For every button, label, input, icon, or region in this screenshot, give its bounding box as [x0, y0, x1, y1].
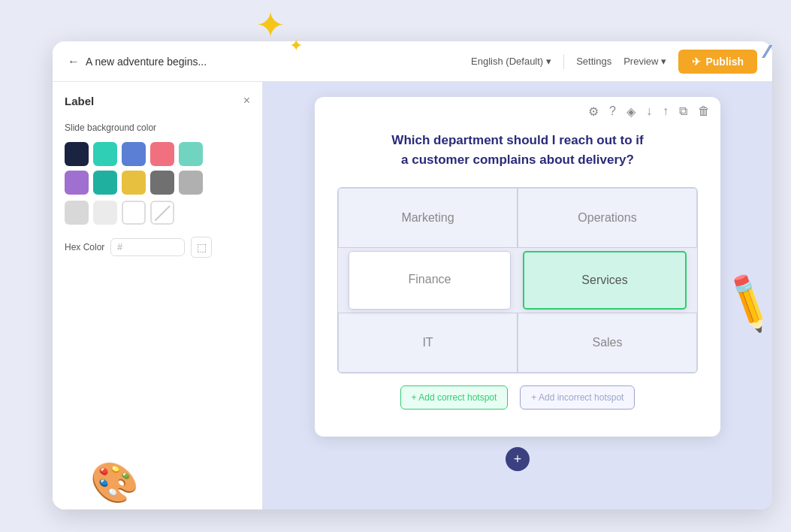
slide-question: Which department should I reach out to i… — [337, 131, 698, 169]
color-swatch-blue[interactable] — [122, 142, 146, 166]
color-swatch-white[interactable] — [122, 201, 146, 225]
color-swatch-pink[interactable] — [150, 142, 174, 166]
color-swatch-light-gray-2[interactable] — [93, 201, 117, 225]
header-left: ← A new adventure begins... — [68, 55, 207, 68]
help-icon[interactable]: ? — [609, 104, 616, 119]
color-swatch-gray-light[interactable] — [179, 171, 203, 195]
app-body: Label × Slide background color — [53, 82, 772, 509]
main-content: ⚙ ? ◈ ↓ ↑ ⧉ 🗑 Which department should I … — [263, 82, 772, 509]
bg-color-label: Slide background color — [65, 122, 250, 133]
sparkle-large-icon: ✦ — [255, 8, 285, 44]
hex-input[interactable] — [125, 242, 178, 252]
slide-wrapper: ⚙ ? ◈ ↓ ↑ ⧉ 🗑 Which department should I … — [315, 97, 720, 437]
color-swatch-mint[interactable] — [179, 142, 203, 166]
hotspot-middle-row: Finance Services — [338, 246, 697, 314]
color-grid — [65, 142, 250, 195]
slide-toolbar: ⚙ ? ◈ ↓ ↑ ⧉ 🗑 — [315, 97, 720, 123]
preview-label: Preview — [623, 56, 658, 67]
header: ← A new adventure begins... English (Def… — [53, 41, 772, 82]
hotspot-marketing[interactable]: Marketing — [338, 188, 518, 248]
color-swatch-transparent[interactable] — [150, 201, 174, 225]
hex-input-wrapper: # — [110, 238, 185, 256]
language-chevron-icon: ▾ — [546, 56, 551, 67]
pin-icon[interactable]: ◈ — [626, 104, 636, 119]
hotspot-actions: + Add correct hotspot + Add incorrect ho… — [337, 385, 698, 410]
publish-button[interactable]: ✈ Publish — [678, 50, 757, 74]
hex-label: Hex Color — [65, 242, 104, 252]
color-swatch-yellow[interactable] — [122, 171, 146, 195]
color-grid-row2 — [65, 201, 250, 225]
hotspot-finance[interactable]: Finance — [349, 251, 511, 310]
header-right: English (Default) ▾ Settings Preview ▾ ✈… — [471, 50, 757, 74]
hex-hash-symbol: # — [117, 242, 122, 252]
color-swatch-purple[interactable] — [65, 171, 89, 195]
sidebar-title: Label — [65, 95, 94, 107]
hotspot-sales[interactable]: Sales — [518, 313, 697, 373]
settings-link[interactable]: Settings — [576, 56, 611, 67]
hotspot-services[interactable]: Services — [523, 251, 687, 310]
app-container: ← A new adventure begins... English (Def… — [53, 41, 772, 509]
sidebar-header: Label × — [65, 94, 250, 107]
hotspot-operations[interactable]: Operations — [518, 188, 697, 248]
add-correct-hotspot-button[interactable]: + Add correct hotspot — [400, 385, 509, 410]
color-swatch-teal[interactable] — [93, 142, 117, 166]
page-title: A new adventure begins... — [86, 56, 207, 68]
preview-button[interactable]: Preview ▾ — [623, 56, 666, 67]
slide-content: Which department should I reach out to i… — [315, 123, 720, 425]
language-label: English (Default) — [471, 56, 543, 67]
delete-icon[interactable]: 🗑 — [698, 104, 710, 119]
hotspot-grid: Marketing Operations Finance Services IT… — [337, 187, 698, 373]
preview-chevron-icon: ▾ — [661, 56, 666, 67]
back-button[interactable]: ← — [68, 55, 80, 68]
publish-label: Publish — [705, 56, 744, 68]
hex-color-row: Hex Color # ⬚ — [65, 237, 250, 258]
language-selector[interactable]: English (Default) ▾ — [471, 56, 551, 67]
move-up-icon[interactable]: ↑ — [663, 104, 669, 119]
color-swatch-dark-navy[interactable] — [65, 142, 89, 166]
move-down-icon[interactable]: ↓ — [646, 104, 652, 119]
add-incorrect-hotspot-button[interactable]: + Add incorrect hotspot — [520, 385, 635, 410]
sidebar: Label × Slide background color — [53, 82, 263, 509]
sidebar-close-button[interactable]: × — [243, 94, 250, 107]
hotspot-it[interactable]: IT — [338, 313, 518, 373]
add-slide-button[interactable]: + — [506, 447, 530, 471]
duplicate-icon[interactable]: ⧉ — [679, 104, 687, 119]
header-divider — [563, 54, 564, 69]
color-swatch-gray-dark[interactable] — [150, 171, 174, 195]
settings-icon[interactable]: ⚙ — [588, 104, 599, 119]
color-swatch-light-gray-1[interactable] — [65, 201, 89, 225]
publish-plane-icon: ✈ — [692, 56, 701, 68]
color-swatch-dark-teal[interactable] — [93, 171, 117, 195]
color-dropper-button[interactable]: ⬚ — [191, 237, 212, 258]
